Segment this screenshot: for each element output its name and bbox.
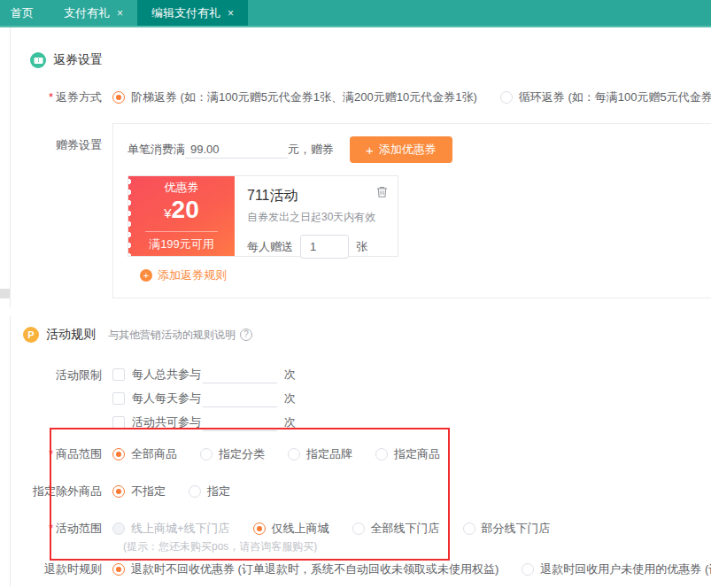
radio-icon <box>522 563 534 576</box>
product-scope-label: *商品范围 <box>11 446 102 462</box>
activity-limit-list: 每人总共参与 次 每人每天参与 次 活动共可参与 次 <box>112 362 296 434</box>
checkbox[interactable] <box>112 368 125 381</box>
tab-payment-reward-label: 支付有礼 <box>64 5 110 21</box>
activity-limit-label: 活动限制 <box>11 368 102 383</box>
tab-home[interactable]: 首页 <box>0 0 50 26</box>
radio-icon <box>189 485 201 498</box>
section-subtitle: 与其他营销活动的规则说明 <box>108 328 236 343</box>
radio-label: 全部商品 <box>131 446 177 462</box>
add-coupon-button[interactable]: + 添加优惠券 <box>350 136 452 163</box>
limit-item-per-person-daily: 每人每天参与 次 <box>112 386 296 410</box>
return-method-label: *返券方式 <box>11 89 102 105</box>
radio-label: 指定商品 <box>394 446 440 462</box>
radio-label: 线上商城+线下门店 <box>131 521 230 537</box>
radio-label: 部分线下门店 <box>482 521 551 537</box>
coupon-tag: 优惠券 <box>165 180 199 196</box>
radio-label: 指定分类 <box>219 446 265 462</box>
top-tab-bar: 首页 支付有礼 × 编辑支付有礼 × <box>0 0 711 27</box>
tab-home-label: 首页 <box>11 5 34 21</box>
radio-online-plus-offline[interactable]: 线上商城+线下门店 <box>112 521 230 537</box>
radio-recall-unused-coupon[interactable]: 退款时回收用户未使用的优惠券 (订单整单退款时，系统自动回收未使用的优惠券) <box>522 561 711 577</box>
radio-icon <box>288 448 300 460</box>
radio-partial-offline-stores[interactable]: 部分线下门店 <box>463 521 551 537</box>
radio-all-products[interactable]: 全部商品 <box>112 446 177 462</box>
product-scope-row: *商品范围 全部商品 指定分类 指定品牌 指定商品 <box>11 446 711 462</box>
plus-circle-icon: + <box>140 269 152 282</box>
per-person-input[interactable] <box>300 235 349 259</box>
coupon-name: 711活动 <box>247 187 387 205</box>
limit-item-per-person-total: 每人总共参与 次 <box>112 362 296 386</box>
radio-specified-product[interactable]: 指定商品 <box>375 446 440 462</box>
radio-icon <box>375 448 388 460</box>
radio-all-offline-stores[interactable]: 全部线下门店 <box>352 521 440 537</box>
add-return-rule-link[interactable]: + 添加返券规则 <box>140 267 711 283</box>
rules-section-header: P 活动规则 与其他营销活动的规则说明 ? <box>23 325 711 344</box>
radio-tiered-return[interactable]: 阶梯返券 (如：满100元赠5元代金券1张、满200元赠10元代金券1张) <box>112 89 477 105</box>
radio-not-specified[interactable]: 不指定 <box>112 484 166 499</box>
per-person-prefix: 每人赠送 <box>247 239 293 255</box>
radio-specified-category[interactable]: 指定分类 <box>200 446 265 462</box>
limit-input[interactable] <box>203 390 277 407</box>
page: 首页 支付有礼 × 编辑支付有礼 × 返券设置 *返券方式 <box>0 0 711 588</box>
limit-label: 活动共可参与 <box>132 414 201 430</box>
gift-settings-box: 单笔消费满 元，赠券 + 添加优惠券 优惠券 ¥20 满199元 <box>112 123 711 298</box>
radio-label: 不指定 <box>131 484 166 499</box>
radio-icon <box>253 522 266 535</box>
currency-symbol: ¥ <box>164 205 171 220</box>
limit-item-activity-total: 活动共可参与 次 <box>112 410 296 434</box>
coupon-amount: ¥20 <box>164 197 199 227</box>
activity-scope-row: *活动范围 线上商城+线下门店 仅线上商城 全部线下门店 部分线下门店 <box>11 521 711 537</box>
radio-icon <box>112 563 125 576</box>
rule-badge-icon: P <box>23 327 39 343</box>
radio-icon <box>112 91 125 104</box>
ticket-divider <box>145 231 218 232</box>
close-icon[interactable]: × <box>228 7 234 19</box>
radio-online-mall-only[interactable]: 仅线上商城 <box>253 521 329 537</box>
radio-icon <box>352 522 365 535</box>
radio-label: 退款时不回收优惠券 (订单退款时，系统不自动回收未领取或未使用权益) <box>131 561 498 577</box>
coupon-settings-panel: 返券设置 *返券方式 阶梯返券 (如：满100元赠5元代金券1张、满200元赠1… <box>10 27 711 307</box>
radio-icon <box>112 448 125 460</box>
radio-label: 仅线上商城 <box>272 521 329 537</box>
close-icon[interactable]: × <box>117 7 123 19</box>
radio-no-recall-coupon[interactable]: 退款时不回收优惠券 (订单退款时，系统不自动回收未领取或未使用权益) <box>112 561 498 577</box>
activity-rules-panel: P 活动规则 与其他营销活动的规则说明 ? 活动限制 每人总共参与 次 每人每天… <box>10 316 711 586</box>
checkbox[interactable] <box>112 392 125 405</box>
limit-input[interactable] <box>203 366 277 383</box>
coupon-section-header: 返券设置 <box>30 50 711 70</box>
add-return-rule-label: 添加返券规则 <box>158 267 227 283</box>
radio-specified[interactable]: 指定 <box>189 484 230 499</box>
limit-input[interactable] <box>203 414 277 431</box>
trash-icon[interactable] <box>375 185 389 199</box>
checkbox[interactable] <box>112 416 125 429</box>
radio-label: 全部线下门店 <box>371 521 440 537</box>
limit-label: 每人总共参与 <box>132 367 201 383</box>
radio-label: 指定 <box>207 484 230 499</box>
radio-specified-brand[interactable]: 指定品牌 <box>288 446 352 462</box>
tab-edit-payment-reward[interactable]: 编辑支付有礼 × <box>137 0 248 26</box>
threshold-prefix: 单笔消费满 <box>128 142 185 158</box>
required-mark: * <box>49 90 53 104</box>
refund-rule-row: 退款时规则 退款时不回收优惠券 (订单退款时，系统不自动回收未领取或未使用权益)… <box>11 561 711 577</box>
tab-payment-reward[interactable]: 支付有礼 × <box>50 0 137 26</box>
radio-label: 循环返券 (如：每满100元赠5元代金券1张，则客户消费200元时赠2张) <box>519 89 711 105</box>
required-mark: * <box>49 447 53 460</box>
pos-hint: (提示：您还未购买pos，请咨询客服购买) <box>123 539 711 554</box>
refund-rule-label: 退款时规则 <box>11 561 102 577</box>
ticket-serration <box>128 176 131 256</box>
radio-icon <box>112 485 125 498</box>
coupon-card-detail: 711活动 自券发出之日起30天内有效 每人赠送 张 <box>235 176 398 256</box>
limit-suffix: 次 <box>284 367 296 383</box>
limit-suffix: 次 <box>284 414 296 430</box>
radio-cyclic-return[interactable]: 循环返券 (如：每满100元赠5元代金券1张，则客户消费200元时赠2张) <box>500 89 711 105</box>
radio-icon <box>112 522 125 535</box>
add-coupon-button-label: 添加优惠券 <box>379 142 437 158</box>
activity-scope-label: *活动范围 <box>11 521 102 537</box>
radio-label: 退款时回收用户未使用的优惠券 (订单整单退款时，系统自动回收未使用的优惠券) <box>540 561 711 577</box>
per-person-suffix: 张 <box>356 239 367 255</box>
panel-gap <box>0 307 711 316</box>
threshold-input[interactable] <box>185 141 288 159</box>
per-person-row: 每人赠送 张 <box>247 235 387 259</box>
question-icon[interactable]: ? <box>240 329 252 341</box>
coupon-validity: 自券发出之日起30天内有效 <box>247 210 387 225</box>
